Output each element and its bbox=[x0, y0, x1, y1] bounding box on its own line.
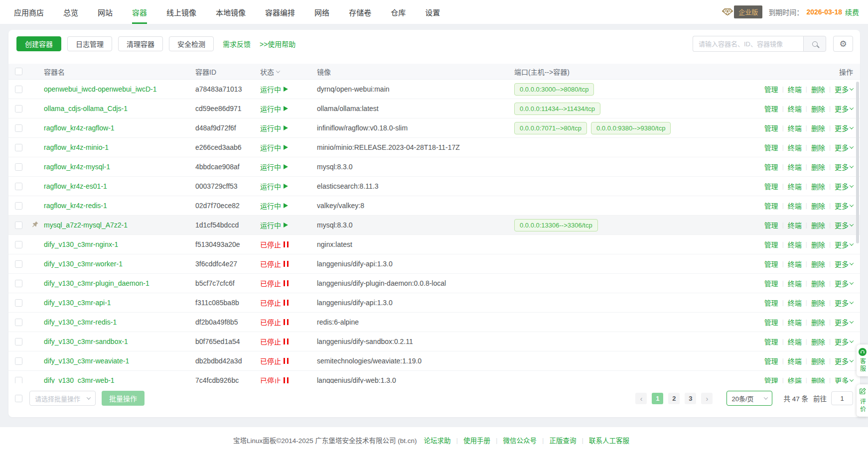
terminal-link[interactable]: 终端 bbox=[788, 298, 802, 308]
terminal-link[interactable]: 终端 bbox=[788, 259, 802, 269]
delete-link[interactable]: 删除 bbox=[811, 104, 825, 113]
row-checkbox[interactable] bbox=[15, 357, 22, 365]
terminal-link[interactable]: 终端 bbox=[788, 239, 802, 249]
terminal-link[interactable]: 终端 bbox=[788, 201, 802, 211]
terminal-link[interactable]: 终端 bbox=[788, 317, 802, 327]
row-checkbox[interactable] bbox=[15, 202, 22, 210]
container-name-link[interactable]: dify_v130_c3mr-web-1 bbox=[44, 376, 115, 383]
row-checkbox[interactable] bbox=[15, 222, 22, 229]
manage-link[interactable]: 管理 bbox=[764, 201, 778, 211]
nav-tab[interactable]: 网站 bbox=[98, 0, 113, 24]
nav-tab[interactable]: 总览 bbox=[63, 0, 78, 24]
page-button[interactable]: 3 bbox=[685, 393, 696, 404]
manage-link[interactable]: 管理 bbox=[764, 259, 778, 269]
delete-link[interactable]: 删除 bbox=[811, 356, 825, 366]
more-link[interactable]: 更多 bbox=[835, 239, 853, 249]
manage-link[interactable]: 管理 bbox=[764, 278, 778, 288]
terminal-link[interactable]: 终端 bbox=[788, 142, 802, 152]
container-name-link[interactable]: ollama_cdjs-ollama_Cdjs-1 bbox=[44, 105, 128, 113]
delete-link[interactable]: 删除 bbox=[811, 123, 825, 133]
row-checkbox[interactable] bbox=[15, 144, 22, 151]
next-page-button[interactable]: › bbox=[701, 393, 713, 404]
page-button[interactable]: 2 bbox=[668, 393, 680, 404]
delete-link[interactable]: 删除 bbox=[811, 337, 825, 346]
container-name-link[interactable]: dify_v130_c3mr-plugin_daemon-1 bbox=[44, 279, 149, 287]
terminal-link[interactable]: 终端 bbox=[788, 104, 802, 113]
terminal-link[interactable]: 终端 bbox=[788, 278, 802, 288]
manage-link[interactable]: 管理 bbox=[764, 162, 778, 172]
delete-link[interactable]: 删除 bbox=[811, 298, 825, 308]
manage-link[interactable]: 管理 bbox=[764, 337, 778, 346]
nav-tab[interactable]: 仓库 bbox=[391, 0, 406, 24]
more-link[interactable]: 更多 bbox=[835, 317, 853, 327]
table-scrollbar[interactable] bbox=[856, 82, 859, 243]
prev-page-button[interactable]: ‹ bbox=[635, 393, 647, 404]
manage-link[interactable]: 管理 bbox=[764, 239, 778, 249]
footer-link[interactable]: 正版查询 bbox=[550, 435, 577, 445]
more-link[interactable]: 更多 bbox=[835, 104, 853, 113]
manage-link[interactable]: 管理 bbox=[764, 220, 778, 230]
review-widget[interactable]: 评价 bbox=[857, 384, 868, 417]
row-checkbox[interactable] bbox=[15, 319, 22, 326]
more-link[interactable]: 更多 bbox=[835, 220, 853, 230]
delete-link[interactable]: 删除 bbox=[811, 278, 825, 288]
container-name-link[interactable]: ragflow_kr4z-es01-1 bbox=[44, 182, 107, 190]
more-link[interactable]: 更多 bbox=[835, 142, 853, 152]
more-link[interactable]: 更多 bbox=[835, 337, 853, 346]
more-link[interactable]: 更多 bbox=[835, 162, 853, 172]
nav-tab[interactable]: 线上镜像 bbox=[166, 0, 196, 24]
delete-link[interactable]: 删除 bbox=[811, 239, 825, 249]
batch-select-all-checkbox[interactable] bbox=[15, 395, 22, 402]
customer-service-widget[interactable]: 客服 bbox=[857, 344, 868, 376]
row-checkbox[interactable] bbox=[15, 280, 22, 287]
terminal-link[interactable]: 终端 bbox=[788, 356, 802, 366]
create-container-button[interactable]: 创建容器 bbox=[16, 36, 61, 51]
container-name-link[interactable]: dify_v130_c3mr-worker-1 bbox=[44, 260, 123, 268]
manage-link[interactable]: 管理 bbox=[764, 142, 778, 152]
nav-tab[interactable]: 应用商店 bbox=[14, 0, 44, 24]
manage-link[interactable]: 管理 bbox=[764, 181, 778, 191]
select-all-checkbox[interactable] bbox=[15, 68, 22, 75]
delete-link[interactable]: 删除 bbox=[811, 84, 825, 94]
delete-link[interactable]: 删除 bbox=[811, 142, 825, 152]
container-name-link[interactable]: openwebui_iwcd-openwebui_iwcD-1 bbox=[44, 85, 156, 93]
delete-link[interactable]: 删除 bbox=[811, 259, 825, 269]
page-button[interactable]: 1 bbox=[652, 393, 663, 404]
terminal-link[interactable]: 终端 bbox=[788, 375, 802, 383]
manage-link[interactable]: 管理 bbox=[764, 317, 778, 327]
terminal-link[interactable]: 终端 bbox=[788, 84, 802, 94]
row-checkbox[interactable] bbox=[15, 183, 22, 190]
nav-tab[interactable]: 容器 bbox=[132, 0, 147, 24]
more-link[interactable]: 更多 bbox=[835, 259, 853, 269]
manage-link[interactable]: 管理 bbox=[764, 356, 778, 366]
batch-apply-button[interactable]: 批量操作 bbox=[102, 391, 145, 406]
delete-link[interactable]: 删除 bbox=[811, 181, 825, 191]
terminal-link[interactable]: 终端 bbox=[788, 123, 802, 133]
nav-tab[interactable]: 存储卷 bbox=[349, 0, 371, 24]
delete-link[interactable]: 删除 bbox=[811, 220, 825, 230]
manage-link[interactable]: 管理 bbox=[764, 84, 778, 94]
terminal-link[interactable]: 终端 bbox=[788, 181, 802, 191]
batch-action-select[interactable]: 请选择批量操作 bbox=[29, 391, 96, 406]
row-checkbox[interactable] bbox=[15, 163, 22, 171]
security-check-button[interactable]: 安全检测 bbox=[169, 36, 214, 51]
more-link[interactable]: 更多 bbox=[835, 278, 853, 288]
delete-link[interactable]: 删除 bbox=[811, 375, 825, 383]
container-name-link[interactable]: ragflow_kr4z-mysql-1 bbox=[44, 163, 110, 171]
manage-link[interactable]: 管理 bbox=[764, 375, 778, 383]
footer-link[interactable]: 微信公众号 bbox=[503, 435, 537, 445]
page-size-select[interactable]: 20条/页 bbox=[726, 391, 772, 406]
container-name-link[interactable]: dify_v130_c3mr-sandbox-1 bbox=[44, 338, 128, 345]
container-name-link[interactable]: ragflow_kr4z-redis-1 bbox=[44, 202, 107, 210]
row-checkbox[interactable] bbox=[15, 299, 22, 307]
delete-link[interactable]: 删除 bbox=[811, 162, 825, 172]
nav-tab[interactable]: 容器编排 bbox=[265, 0, 295, 24]
nav-tab[interactable]: 设置 bbox=[425, 0, 440, 24]
nav-tab[interactable]: 网络 bbox=[314, 0, 329, 24]
terminal-link[interactable]: 终端 bbox=[788, 162, 802, 172]
settings-button[interactable]: ⚙ bbox=[833, 36, 853, 52]
manage-link[interactable]: 管理 bbox=[764, 123, 778, 133]
header-status[interactable]: 状态 bbox=[260, 67, 317, 77]
more-link[interactable]: 更多 bbox=[835, 84, 853, 94]
search-button[interactable] bbox=[803, 36, 826, 52]
